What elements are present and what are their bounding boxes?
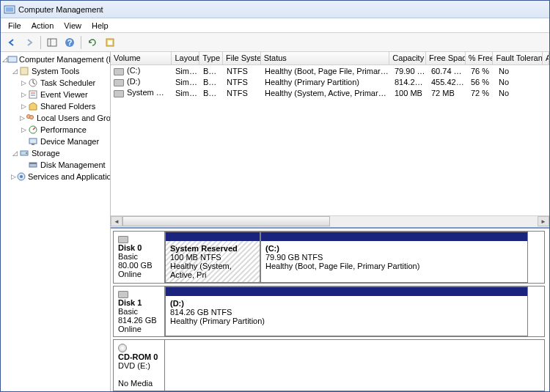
column-header[interactable]: Type: [199, 52, 223, 64]
menu-file[interactable]: File: [4, 20, 26, 32]
tree-disk-management-label: Disk Management: [39, 160, 106, 169]
tree-item-label: Performance: [39, 125, 87, 134]
svg-rect-1: [6, 7, 13, 12]
column-header[interactable]: Free Space: [426, 52, 466, 64]
tree-services-icon: [16, 171, 26, 182]
window-title: Computer Management: [18, 5, 103, 14]
svg-text:?: ?: [67, 38, 73, 47]
back-button[interactable]: [4, 34, 20, 51]
svg-point-20: [26, 152, 27, 154]
disk-map[interactable]: Disk 0Basic80.00 GBOnlineSystem Reserved…: [111, 227, 549, 391]
column-header[interactable]: Status: [261, 52, 390, 64]
expand-icon[interactable]: ◿: [2, 56, 7, 63]
expand-icon[interactable]: ◿: [11, 67, 18, 75]
volume-row[interactable]: (D:)SimpleBasicNTFSHealthy (Primary Part…: [111, 76, 549, 87]
tree-item-icon: [25, 113, 35, 123]
volume-row[interactable]: (C:)SimpleBasicNTFSHealthy (Boot, Page F…: [111, 65, 549, 76]
expand-icon[interactable]: ◿: [11, 149, 18, 157]
disk-row[interactable]: Disk 1Basic814.26 GBOnline(D:)814.26 GB …: [113, 286, 545, 337]
column-header[interactable]: % Free: [466, 52, 494, 64]
tree-system-tools-label: System Tools: [30, 67, 79, 75]
toolbar: ?: [1, 33, 549, 52]
tree-root-label: Computer Management (Local: [18, 55, 111, 64]
svg-rect-22: [29, 163, 37, 164]
tree-item-icon: [27, 78, 39, 88]
volume-row[interactable]: System ReservedSimpleBasicNTFSHealthy (S…: [111, 87, 549, 98]
expand-icon[interactable]: ▷: [11, 173, 16, 180]
expand-icon[interactable]: ▷: [20, 91, 27, 98]
tree-disk-management-icon: [27, 160, 39, 170]
tree-item[interactable]: ▷Local Users and Groups: [1, 112, 110, 124]
svg-rect-8: [8, 56, 17, 62]
column-header[interactable]: Fault Tolerance: [493, 52, 543, 64]
disk-info: Disk 0Basic80.00 GBOnline: [114, 232, 165, 283]
partition[interactable]: System Reserved100 MB NTFSHealthy (Syste…: [165, 232, 260, 283]
scroll-thumb[interactable]: [122, 216, 330, 226]
disk-partitions: System Reserved100 MB NTFSHealthy (Syste…: [165, 232, 544, 283]
disk-info: CD-ROM 0DVD (E:)No Media: [114, 340, 165, 391]
tree-root-icon: [7, 54, 18, 64]
disk-info: Disk 1Basic814.26 GBOnline: [114, 286, 165, 336]
tree-item-icon: [27, 125, 39, 135]
svg-point-24: [20, 175, 23, 178]
tree-item-label: Local Users and Groups: [35, 114, 111, 122]
menu-bar: File Action View Help: [1, 18, 549, 33]
horizontal-scrollbar[interactable]: ◄ ►: [111, 215, 549, 227]
tree-item-icon: [27, 101, 39, 111]
column-header[interactable]: File System: [223, 52, 261, 64]
tree-item-label: Task Scheduler: [39, 78, 95, 87]
volume-grid[interactable]: VolumeLayoutTypeFile SystemStatusCapacit…: [111, 52, 549, 98]
tree-disk-management[interactable]: Disk Management: [1, 159, 110, 171]
disk-row[interactable]: CD-ROM 0DVD (E:)No Media: [113, 339, 545, 391]
tree-storage[interactable]: ◿Storage: [1, 147, 110, 159]
svg-rect-2: [48, 39, 56, 46]
column-header[interactable]: Volume: [111, 52, 172, 64]
tree-services-label: Services and Applications: [26, 172, 111, 181]
tree-item[interactable]: ▷Event Viewer: [1, 89, 110, 100]
separator: [81, 36, 81, 49]
tree-item[interactable]: Device Manager: [1, 136, 110, 147]
svg-rect-11: [29, 91, 37, 98]
tree-item[interactable]: ▷Performance: [1, 124, 110, 136]
tree-root[interactable]: ◿Computer Management (Local: [1, 53, 110, 65]
column-header[interactable]: Capacity: [389, 52, 426, 64]
menu-help[interactable]: Help: [87, 20, 113, 32]
navigation-tree[interactable]: ◿Computer Management (Local◿System Tools…: [1, 52, 111, 391]
show-hide-tree-button[interactable]: [44, 34, 60, 51]
tree-system-tools[interactable]: ◿System Tools: [1, 65, 110, 77]
scroll-track[interactable]: [122, 216, 538, 226]
svg-rect-7: [108, 40, 112, 45]
refresh-button[interactable]: [84, 34, 100, 51]
partition[interactable]: (C:)79.90 GB NTFSHealthy (Boot, Page Fil…: [260, 232, 528, 283]
tree-system-tools-icon: [18, 66, 30, 76]
tree-storage-icon: [18, 148, 30, 158]
disk-partitions: (D:)814.26 GB NTFSHealthy (Primary Parti…: [165, 286, 544, 336]
column-header[interactable]: Layout: [172, 52, 199, 64]
tree-item-label: Event Viewer: [39, 90, 88, 99]
tree-item-icon: [27, 89, 39, 100]
tree-item-label: Device Manager: [39, 137, 99, 146]
partition[interactable]: (D:)814.26 GB NTFSHealthy (Primary Parti…: [165, 286, 528, 336]
forward-button[interactable]: [21, 34, 37, 51]
tree-item-label: Shared Folders: [39, 102, 95, 111]
grid-empty-space: [111, 98, 549, 215]
help-button[interactable]: ?: [62, 34, 78, 51]
disk-row[interactable]: Disk 0Basic80.00 GBOnlineSystem Reserved…: [113, 231, 545, 284]
disk-partitions: [165, 340, 544, 391]
grid-header[interactable]: VolumeLayoutTypeFile SystemStatusCapacit…: [111, 52, 549, 65]
scroll-left-icon[interactable]: ◄: [111, 216, 122, 226]
expand-icon[interactable]: ▷: [20, 126, 27, 133]
scroll-right-icon[interactable]: ►: [538, 216, 549, 226]
expand-icon[interactable]: ▷: [20, 103, 27, 110]
tree-item[interactable]: ▷Task Scheduler: [1, 77, 110, 89]
tree-services[interactable]: ▷Services and Applications: [1, 171, 110, 182]
expand-icon[interactable]: ▷: [20, 114, 25, 122]
app-icon: [4, 4, 15, 15]
menu-view[interactable]: View: [59, 20, 86, 32]
menu-action[interactable]: Action: [27, 20, 59, 32]
expand-icon[interactable]: ▷: [20, 79, 27, 86]
column-header[interactable]: A: [543, 52, 549, 64]
tree-item-icon: [27, 136, 39, 147]
tree-item[interactable]: ▷Shared Folders: [1, 100, 110, 112]
settings-button[interactable]: [102, 34, 118, 51]
